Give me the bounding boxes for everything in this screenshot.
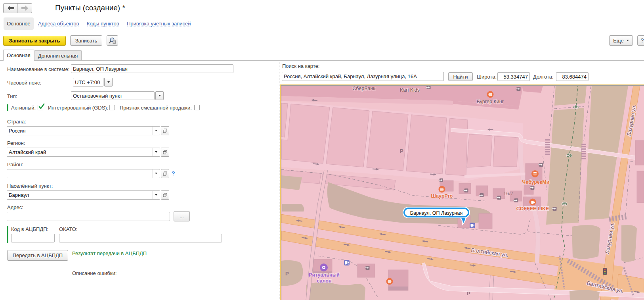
- svg-text:P: P: [285, 271, 289, 277]
- svg-text:ЧебурекМи: ЧебурекМи: [522, 179, 550, 185]
- svg-text:СберБанк: СберБанк: [352, 86, 375, 91]
- svg-text:P: P: [467, 290, 470, 296]
- svg-text:P: P: [400, 148, 403, 154]
- svg-text:COFFEE LIKE: COFFEE LIKE: [516, 206, 549, 212]
- svg-text:Kari Kids: Kari Kids: [400, 87, 420, 93]
- svg-text:салон: салон: [317, 278, 331, 284]
- svg-text:ШаурPro: ШаурPro: [431, 193, 453, 199]
- svg-text:16/7: 16/7: [503, 190, 513, 196]
- svg-text:Ритуальный: Ритуальный: [309, 272, 340, 278]
- svg-text:Барнаул, ОП Лазурная: Барнаул, ОП Лазурная: [410, 210, 463, 216]
- svg-text:Бургер Кинг: Бургер Кинг: [477, 99, 504, 104]
